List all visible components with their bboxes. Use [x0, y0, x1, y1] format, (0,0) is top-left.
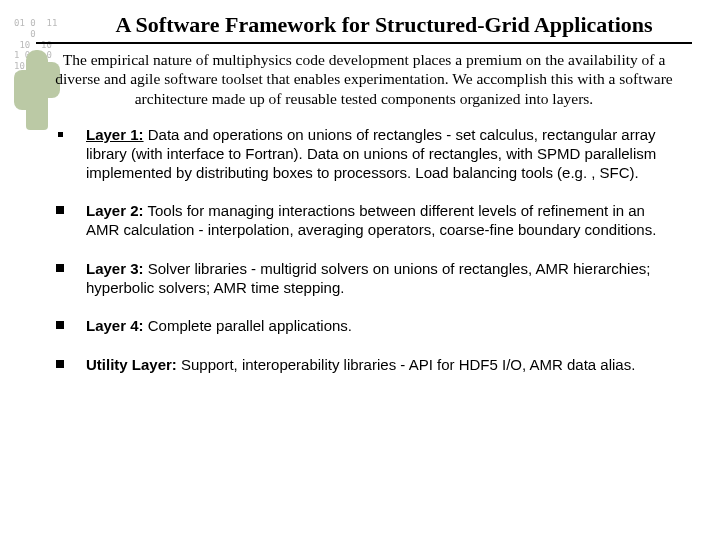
- list-item: Utility Layer: Support, interoperability…: [56, 356, 678, 375]
- layer-text: Tools for managing interactions between …: [86, 202, 656, 238]
- layer-label: Layer 2:: [86, 202, 144, 219]
- layers-list: Layer 1: Data and operations on unions o…: [36, 126, 692, 375]
- list-item: Layer 1: Data and operations on unions o…: [56, 126, 678, 182]
- layer-label: Layer 1:: [86, 126, 144, 143]
- layer-label: Layer 4:: [86, 317, 144, 334]
- bullet-icon: [56, 360, 64, 368]
- bullet-icon: [56, 321, 64, 329]
- layer-text: Solver libraries - multigrid solvers on …: [86, 260, 650, 296]
- title-divider: [36, 42, 692, 44]
- slide-title: A Software Framework for Structured-Grid…: [36, 12, 692, 38]
- bullet-icon: [58, 132, 63, 137]
- layer-label: Utility Layer:: [86, 356, 177, 373]
- bullet-icon: [56, 264, 64, 272]
- intro-paragraph: The empirical nature of multiphysics cod…: [44, 50, 684, 108]
- list-item: Layer 4: Complete parallel applications.: [56, 317, 678, 336]
- list-item: Layer 3: Solver libraries - multigrid so…: [56, 260, 678, 298]
- layer-text: Support, interoperability libraries - AP…: [177, 356, 636, 373]
- layer-text: Data and operations on unions of rectang…: [86, 126, 656, 181]
- list-item: Layer 2: Tools for managing interactions…: [56, 202, 678, 240]
- layer-text: Complete parallel applications.: [144, 317, 352, 334]
- layer-label: Layer 3:: [86, 260, 144, 277]
- slide-content: A Software Framework for Structured-Grid…: [0, 0, 720, 375]
- bullet-icon: [56, 206, 64, 214]
